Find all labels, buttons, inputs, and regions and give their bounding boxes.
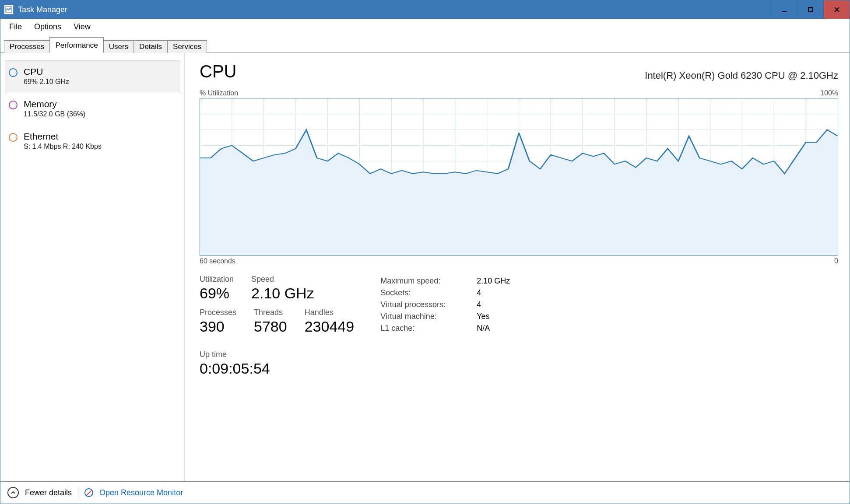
chevron-collapse-icon[interactable]: [7, 487, 19, 498]
stat-utilization: Utilization 69%: [200, 275, 234, 302]
window-title: Task Manager: [18, 5, 67, 14]
footer: Fewer details Open Resource Monitor: [0, 481, 850, 504]
perf-sidebar: CPU 69% 2.10 GHz Memory 11.5/32.0 GB (36…: [0, 53, 184, 481]
tab-processes[interactable]: Processes: [4, 40, 50, 53]
svg-rect-2: [808, 7, 813, 12]
sidebar-item-cpu[interactable]: CPU 69% 2.10 GHz: [5, 60, 180, 92]
menu-file[interactable]: File: [3, 20, 28, 34]
sidebar-cpu-title: CPU: [24, 66, 69, 77]
chart-ylabel: % Utilization: [200, 89, 238, 97]
stat-processes: Processes 390: [200, 308, 236, 335]
sidebar-cpu-sub: 69% 2.10 GHz: [24, 78, 69, 86]
tab-users[interactable]: Users: [103, 40, 134, 53]
minimize-button[interactable]: [771, 0, 797, 19]
close-button[interactable]: [823, 0, 850, 19]
sidebar-item-memory[interactable]: Memory 11.5/32.0 GB (36%): [5, 92, 180, 125]
detail-title: CPU: [200, 62, 236, 81]
tab-details[interactable]: Details: [133, 40, 168, 53]
sidebar-memory-title: Memory: [24, 99, 85, 109]
window-controls: [771, 0, 850, 19]
main-area: CPU 69% 2.10 GHz Memory 11.5/32.0 GB (36…: [0, 53, 850, 481]
chart-xmax: 0: [834, 257, 838, 265]
sidebar-ethernet-sub: S: 1.4 Mbps R: 240 Kbps: [24, 143, 102, 150]
fewer-details-link[interactable]: Fewer details: [25, 488, 72, 497]
stat-handles: Handles 230449: [305, 308, 354, 335]
perf-detail: CPU Intel(R) Xeon(R) Gold 6230 CPU @ 2.1…: [184, 53, 850, 481]
resource-monitor-icon: [84, 488, 93, 497]
cpu-info-table: Maximum speed:2.10 GHz Sockets:4 Virtual…: [380, 275, 510, 377]
cpu-icon: [9, 68, 18, 77]
stat-uptime: Up time 0:09:05:54: [200, 350, 354, 377]
sidebar-memory-sub: 11.5/32.0 GB (36%): [24, 110, 85, 118]
sidebar-ethernet-title: Ethernet: [24, 131, 102, 142]
stat-speed: Speed 2.10 GHz: [251, 275, 314, 302]
open-resource-monitor-link[interactable]: Open Resource Monitor: [99, 488, 183, 497]
tabs: Processes Performance Users Details Serv…: [0, 37, 850, 53]
memory-icon: [9, 101, 18, 109]
menu-options[interactable]: Options: [28, 20, 67, 34]
stat-threads: Threads 5780: [254, 308, 287, 335]
tab-performance[interactable]: Performance: [49, 37, 103, 53]
app-icon: [4, 5, 14, 14]
chart-xlabel: 60 seconds: [200, 257, 235, 265]
divider: [78, 487, 78, 498]
menu-view[interactable]: View: [67, 20, 97, 34]
sidebar-item-ethernet[interactable]: Ethernet S: 1.4 Mbps R: 240 Kbps: [5, 125, 180, 157]
cpu-full-name: Intel(R) Xeon(R) Gold 6230 CPU @ 2.10GHz: [645, 70, 838, 81]
chart-ymax: 100%: [820, 89, 838, 97]
menu-bar: File Options View: [0, 19, 850, 37]
tab-services[interactable]: Services: [167, 40, 207, 53]
title-bar: Task Manager: [0, 0, 850, 19]
maximize-button[interactable]: [797, 0, 823, 19]
ethernet-icon: [9, 133, 18, 142]
cpu-chart: [200, 98, 838, 256]
